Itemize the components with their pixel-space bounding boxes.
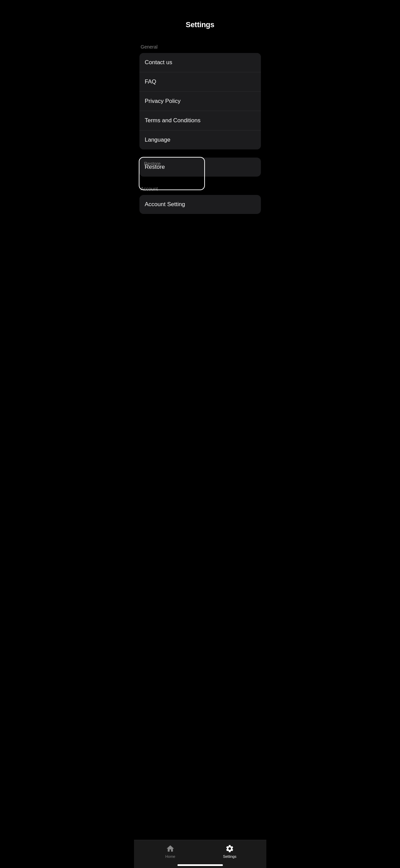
terms-and-conditions-item[interactable]: Terms and Conditions bbox=[139, 111, 261, 130]
general-section-label: General bbox=[139, 44, 261, 50]
general-menu-group: Contact us FAQ Privacy Policy Terms and … bbox=[139, 53, 261, 149]
account-section-label: Account bbox=[139, 186, 261, 192]
account-section: Account Account Setting bbox=[134, 186, 266, 214]
faq-item[interactable]: FAQ bbox=[139, 72, 261, 92]
general-section: General Contact us FAQ Privacy Policy Te… bbox=[134, 44, 266, 149]
account-menu-group: Account Setting bbox=[139, 195, 261, 214]
language-item[interactable]: Language bbox=[139, 130, 261, 149]
page-title: Settings bbox=[186, 20, 214, 29]
restore-section: Restore Restore bbox=[134, 158, 266, 177]
account-setting-item[interactable]: Account Setting bbox=[139, 195, 261, 214]
restore-menu-group: Restore bbox=[139, 158, 261, 177]
restore-item[interactable]: Restore bbox=[139, 158, 261, 177]
header: Settings bbox=[134, 0, 266, 36]
privacy-policy-item[interactable]: Privacy Policy bbox=[139, 92, 261, 111]
contact-us-item[interactable]: Contact us bbox=[139, 53, 261, 72]
